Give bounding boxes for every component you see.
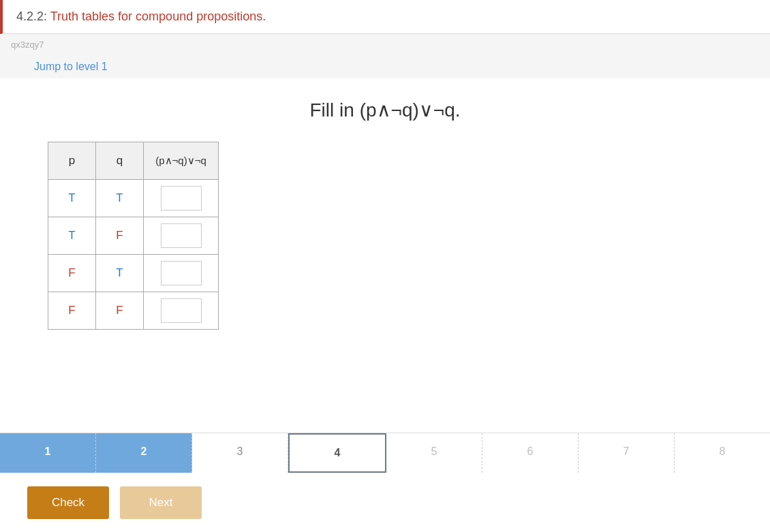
- input-expr-2[interactable]: [161, 261, 202, 285]
- level-item-3[interactable]: 3: [192, 433, 288, 473]
- cell-expr-2[interactable]: [144, 255, 219, 292]
- level-item-7: 7: [579, 433, 675, 473]
- check-button[interactable]: Check: [27, 486, 109, 519]
- level-item-8: 8: [675, 433, 770, 473]
- cell-expr-0[interactable]: [144, 180, 219, 217]
- table-row: TT: [48, 180, 219, 217]
- col-header-q: q: [96, 142, 144, 180]
- cell-q-3: F: [96, 292, 144, 330]
- level-item-6: 6: [482, 433, 579, 473]
- top-bar: 4.2.2: Truth tables for compound proposi…: [0, 0, 770, 34]
- input-expr-1[interactable]: [161, 223, 202, 248]
- cell-expr-3[interactable]: [144, 292, 219, 330]
- section-prefix: 4.2.2:: [16, 10, 50, 23]
- cell-p-0: T: [48, 180, 96, 217]
- table-row: TF: [48, 217, 219, 255]
- table-row: FT: [48, 255, 219, 292]
- cell-p-1: T: [48, 217, 96, 255]
- main-content: Fill in (p∧¬q)∨¬q. p q (p∧¬q)∨¬q TTTFFTF…: [0, 78, 770, 433]
- table-row: FF: [48, 292, 219, 330]
- level-item-5: 5: [386, 433, 482, 473]
- cell-p-2: F: [48, 255, 96, 292]
- level-item-4[interactable]: 4: [288, 433, 386, 473]
- cell-p-3: F: [48, 292, 96, 330]
- section-suffix: .: [262, 10, 266, 23]
- question-title: Fill in (p∧¬q)∨¬q.: [27, 99, 743, 121]
- jump-to-level-link[interactable]: Jump to level 1: [34, 61, 108, 73]
- truth-table: p q (p∧¬q)∨¬q TTTFFTFF: [48, 142, 219, 330]
- level-item-2[interactable]: 2: [96, 433, 192, 473]
- col-header-expr: (p∧¬q)∨¬q: [144, 142, 219, 180]
- section-highlight: Truth tables for compound propositions: [50, 10, 263, 23]
- input-expr-0[interactable]: [161, 186, 202, 210]
- cell-q-0: T: [96, 180, 144, 217]
- cell-q-2: T: [96, 255, 144, 292]
- cell-q-1: F: [96, 217, 144, 255]
- page-id: qx3zqy7: [0, 34, 770, 55]
- buttons-row: Check Next: [0, 473, 770, 532]
- col-header-p: p: [48, 142, 96, 180]
- level-item-1[interactable]: 1: [0, 433, 96, 473]
- level-bar: 12345678: [0, 433, 770, 473]
- input-expr-3[interactable]: [161, 298, 202, 323]
- next-button[interactable]: Next: [120, 486, 202, 519]
- cell-expr-1[interactable]: [144, 217, 219, 255]
